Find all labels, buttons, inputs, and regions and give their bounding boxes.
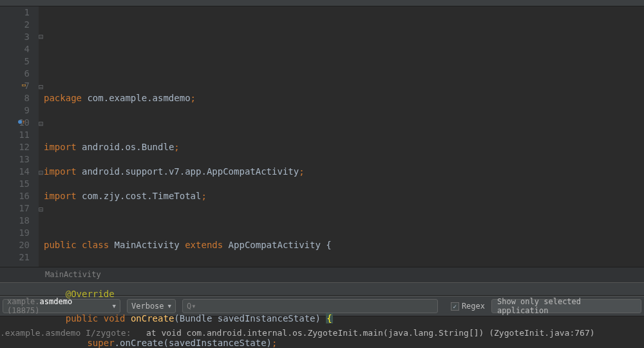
line-number: 18 [0,215,30,227]
line-number: 1 [0,6,30,19]
code-line: public void onCreate(Bundle savedInstanc… [44,313,644,325]
code-line: @Override [44,288,644,300]
line-number: 2 [0,19,30,31]
line-number: 17 [0,202,30,215]
code-line: public class MainActivity extends AppCom… [44,239,644,251]
code-line: import com.zjy.cost.TimeTotal; [44,190,644,202]
line-number: 19 [0,227,30,239]
fold-marker-icon[interactable]: ⊟ [39,81,43,93]
fold-marker-icon[interactable]: ⊟ [39,167,43,179]
fold-marker-icon[interactable]: ⊟ [39,31,43,43]
line-number: 12 [0,141,30,153]
fold-marker-icon[interactable]: ⊟ [39,204,43,216]
line-number: 10 [0,117,30,129]
line-number: 3 [0,31,30,43]
line-number: 11 [0,129,30,141]
editor-area: 1 2 3 4 5 6 7 8 9 10 11 12 13 14 15 16 1… [0,6,644,267]
line-number: 16 [0,190,30,202]
line-number: 7 [0,80,30,92]
line-number: 6 [0,68,30,80]
line-number: 13 [0,153,30,166]
fold-marker-icon[interactable]: ⊟ [39,118,43,130]
code-area[interactable]: ⊟ ⊟ ⊟ ⊟ ⊟ package com.example.asmdemo; i… [39,6,644,267]
line-number: 21 [0,251,30,264]
line-number: 15 [0,178,30,190]
line-number: 8 [0,92,30,104]
code-line: import android.support.v7.app.AppCompatA… [44,166,644,178]
code-line [44,264,644,276]
code-line [44,215,644,227]
gutter: 1 2 3 4 5 6 7 8 9 10 11 12 13 14 15 16 1… [0,6,39,267]
line-number: 5 [0,55,30,68]
line-number: 4 [0,43,30,55]
editor-tab-bar [0,0,644,6]
code-line: package com.example.asmdemo; [44,92,644,104]
code-line: import android.os.Bundle; [44,141,644,153]
code-line: super.onCreate(savedInstanceState); [44,337,644,348]
line-number: 9 [0,104,30,117]
code-line [44,117,644,129]
line-number: 14 [0,166,30,178]
line-number: 20 [0,239,30,251]
